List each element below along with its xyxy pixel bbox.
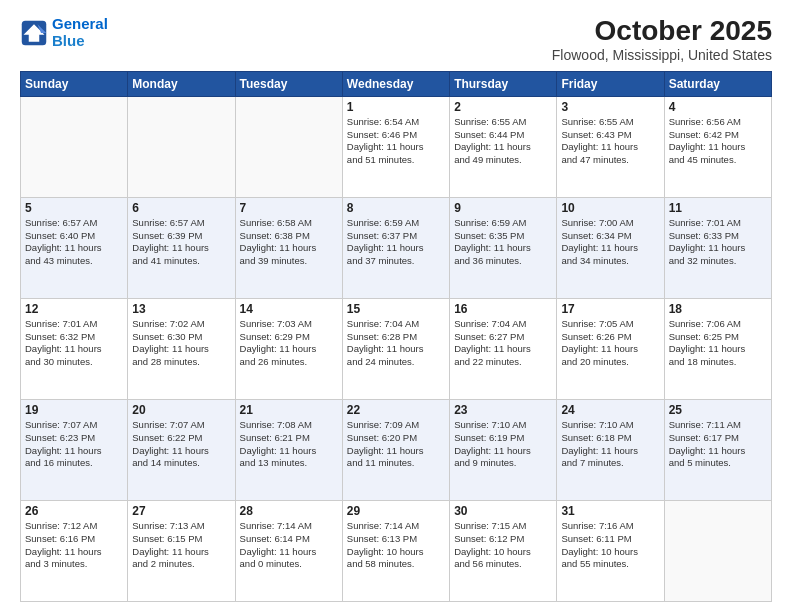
day-number: 4: [669, 100, 767, 114]
calendar-row: 19Sunrise: 7:07 AM Sunset: 6:23 PM Dayli…: [21, 399, 772, 500]
day-info: Sunrise: 6:59 AM Sunset: 6:37 PM Dayligh…: [347, 217, 445, 268]
calendar-header-row: Sunday Monday Tuesday Wednesday Thursday…: [21, 71, 772, 96]
day-info: Sunrise: 6:57 AM Sunset: 6:40 PM Dayligh…: [25, 217, 123, 268]
day-info: Sunrise: 7:06 AM Sunset: 6:25 PM Dayligh…: [669, 318, 767, 369]
table-cell: 28Sunrise: 7:14 AM Sunset: 6:14 PM Dayli…: [235, 500, 342, 601]
day-number: 26: [25, 504, 123, 518]
table-cell: 5Sunrise: 6:57 AM Sunset: 6:40 PM Daylig…: [21, 197, 128, 298]
day-number: 3: [561, 100, 659, 114]
day-info: Sunrise: 6:54 AM Sunset: 6:46 PM Dayligh…: [347, 116, 445, 167]
day-number: 23: [454, 403, 552, 417]
page-title: October 2025: [552, 16, 772, 47]
table-cell: 22Sunrise: 7:09 AM Sunset: 6:20 PM Dayli…: [342, 399, 449, 500]
table-cell: [21, 96, 128, 197]
day-number: 19: [25, 403, 123, 417]
table-cell: 4Sunrise: 6:56 AM Sunset: 6:42 PM Daylig…: [664, 96, 771, 197]
table-cell: 27Sunrise: 7:13 AM Sunset: 6:15 PM Dayli…: [128, 500, 235, 601]
day-info: Sunrise: 7:07 AM Sunset: 6:22 PM Dayligh…: [132, 419, 230, 470]
day-info: Sunrise: 7:16 AM Sunset: 6:11 PM Dayligh…: [561, 520, 659, 571]
day-number: 20: [132, 403, 230, 417]
calendar-row: 1Sunrise: 6:54 AM Sunset: 6:46 PM Daylig…: [21, 96, 772, 197]
day-number: 15: [347, 302, 445, 316]
day-number: 13: [132, 302, 230, 316]
col-saturday: Saturday: [664, 71, 771, 96]
day-info: Sunrise: 6:55 AM Sunset: 6:44 PM Dayligh…: [454, 116, 552, 167]
table-cell: 9Sunrise: 6:59 AM Sunset: 6:35 PM Daylig…: [450, 197, 557, 298]
col-thursday: Thursday: [450, 71, 557, 96]
day-number: 10: [561, 201, 659, 215]
day-number: 21: [240, 403, 338, 417]
day-number: 27: [132, 504, 230, 518]
col-wednesday: Wednesday: [342, 71, 449, 96]
day-number: 1: [347, 100, 445, 114]
table-cell: 23Sunrise: 7:10 AM Sunset: 6:19 PM Dayli…: [450, 399, 557, 500]
day-info: Sunrise: 7:10 AM Sunset: 6:19 PM Dayligh…: [454, 419, 552, 470]
col-monday: Monday: [128, 71, 235, 96]
logo-text: General Blue: [52, 16, 108, 49]
day-info: Sunrise: 6:58 AM Sunset: 6:38 PM Dayligh…: [240, 217, 338, 268]
day-info: Sunrise: 7:05 AM Sunset: 6:26 PM Dayligh…: [561, 318, 659, 369]
table-cell: [664, 500, 771, 601]
day-number: 7: [240, 201, 338, 215]
day-info: Sunrise: 7:04 AM Sunset: 6:28 PM Dayligh…: [347, 318, 445, 369]
day-info: Sunrise: 7:02 AM Sunset: 6:30 PM Dayligh…: [132, 318, 230, 369]
day-info: Sunrise: 7:11 AM Sunset: 6:17 PM Dayligh…: [669, 419, 767, 470]
day-info: Sunrise: 7:00 AM Sunset: 6:34 PM Dayligh…: [561, 217, 659, 268]
day-info: Sunrise: 7:13 AM Sunset: 6:15 PM Dayligh…: [132, 520, 230, 571]
table-cell: 15Sunrise: 7:04 AM Sunset: 6:28 PM Dayli…: [342, 298, 449, 399]
header: General Blue October 2025 Flowood, Missi…: [20, 16, 772, 63]
day-number: 18: [669, 302, 767, 316]
day-number: 12: [25, 302, 123, 316]
day-number: 9: [454, 201, 552, 215]
table-cell: [235, 96, 342, 197]
table-cell: 6Sunrise: 6:57 AM Sunset: 6:39 PM Daylig…: [128, 197, 235, 298]
table-cell: 26Sunrise: 7:12 AM Sunset: 6:16 PM Dayli…: [21, 500, 128, 601]
page: General Blue October 2025 Flowood, Missi…: [0, 0, 792, 612]
table-cell: 18Sunrise: 7:06 AM Sunset: 6:25 PM Dayli…: [664, 298, 771, 399]
table-cell: [128, 96, 235, 197]
calendar-row: 12Sunrise: 7:01 AM Sunset: 6:32 PM Dayli…: [21, 298, 772, 399]
day-number: 31: [561, 504, 659, 518]
day-number: 28: [240, 504, 338, 518]
table-cell: 12Sunrise: 7:01 AM Sunset: 6:32 PM Dayli…: [21, 298, 128, 399]
day-number: 2: [454, 100, 552, 114]
title-block: October 2025 Flowood, Mississippi, Unite…: [552, 16, 772, 63]
table-cell: 19Sunrise: 7:07 AM Sunset: 6:23 PM Dayli…: [21, 399, 128, 500]
day-number: 16: [454, 302, 552, 316]
calendar: Sunday Monday Tuesday Wednesday Thursday…: [20, 71, 772, 602]
logo-line2: Blue: [52, 32, 85, 49]
day-info: Sunrise: 6:55 AM Sunset: 6:43 PM Dayligh…: [561, 116, 659, 167]
day-info: Sunrise: 7:14 AM Sunset: 6:14 PM Dayligh…: [240, 520, 338, 571]
table-cell: 24Sunrise: 7:10 AM Sunset: 6:18 PM Dayli…: [557, 399, 664, 500]
table-cell: 17Sunrise: 7:05 AM Sunset: 6:26 PM Dayli…: [557, 298, 664, 399]
day-info: Sunrise: 7:04 AM Sunset: 6:27 PM Dayligh…: [454, 318, 552, 369]
day-number: 22: [347, 403, 445, 417]
day-number: 6: [132, 201, 230, 215]
table-cell: 8Sunrise: 6:59 AM Sunset: 6:37 PM Daylig…: [342, 197, 449, 298]
day-number: 30: [454, 504, 552, 518]
table-cell: 7Sunrise: 6:58 AM Sunset: 6:38 PM Daylig…: [235, 197, 342, 298]
day-info: Sunrise: 7:03 AM Sunset: 6:29 PM Dayligh…: [240, 318, 338, 369]
page-subtitle: Flowood, Mississippi, United States: [552, 47, 772, 63]
table-cell: 11Sunrise: 7:01 AM Sunset: 6:33 PM Dayli…: [664, 197, 771, 298]
logo-line1: General: [52, 15, 108, 32]
table-cell: 30Sunrise: 7:15 AM Sunset: 6:12 PM Dayli…: [450, 500, 557, 601]
table-cell: 2Sunrise: 6:55 AM Sunset: 6:44 PM Daylig…: [450, 96, 557, 197]
day-info: Sunrise: 7:12 AM Sunset: 6:16 PM Dayligh…: [25, 520, 123, 571]
day-number: 17: [561, 302, 659, 316]
day-info: Sunrise: 7:14 AM Sunset: 6:13 PM Dayligh…: [347, 520, 445, 571]
day-number: 29: [347, 504, 445, 518]
day-info: Sunrise: 7:09 AM Sunset: 6:20 PM Dayligh…: [347, 419, 445, 470]
table-cell: 13Sunrise: 7:02 AM Sunset: 6:30 PM Dayli…: [128, 298, 235, 399]
col-tuesday: Tuesday: [235, 71, 342, 96]
table-cell: 14Sunrise: 7:03 AM Sunset: 6:29 PM Dayli…: [235, 298, 342, 399]
table-cell: 16Sunrise: 7:04 AM Sunset: 6:27 PM Dayli…: [450, 298, 557, 399]
logo-icon: [20, 19, 48, 47]
day-info: Sunrise: 7:08 AM Sunset: 6:21 PM Dayligh…: [240, 419, 338, 470]
table-cell: 20Sunrise: 7:07 AM Sunset: 6:22 PM Dayli…: [128, 399, 235, 500]
table-cell: 3Sunrise: 6:55 AM Sunset: 6:43 PM Daylig…: [557, 96, 664, 197]
day-info: Sunrise: 6:56 AM Sunset: 6:42 PM Dayligh…: [669, 116, 767, 167]
table-cell: 31Sunrise: 7:16 AM Sunset: 6:11 PM Dayli…: [557, 500, 664, 601]
logo: General Blue: [20, 16, 108, 49]
day-info: Sunrise: 7:10 AM Sunset: 6:18 PM Dayligh…: [561, 419, 659, 470]
